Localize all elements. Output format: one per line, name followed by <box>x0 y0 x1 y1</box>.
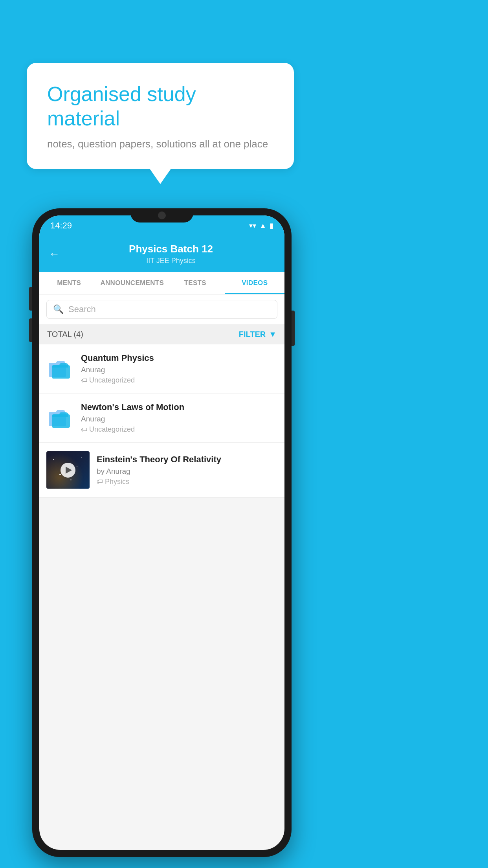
filter-label: FILTER <box>239 330 266 339</box>
search-icon: 🔍 <box>53 304 64 314</box>
list-item[interactable]: Newton's Laws of Motion Anurag 🏷 Uncateg… <box>39 394 284 443</box>
phone-frame: 14:29 ▾▾ ▲ ▮ ← Physics Batch 12 IIT JEE … <box>32 208 292 857</box>
speech-bubble: Organised study material notes, question… <box>27 63 294 169</box>
video-info: Quantum Physics Anurag 🏷 Uncategorized <box>81 353 277 384</box>
search-box[interactable]: 🔍 Search <box>46 300 277 319</box>
back-button[interactable]: ← <box>49 248 60 260</box>
video-info: Newton's Laws of Motion Anurag 🏷 Uncateg… <box>81 402 277 434</box>
breadcrumb-physics: Physics <box>171 257 196 265</box>
video-thumbnail <box>46 451 90 489</box>
header-title-section: Physics Batch 12 IIT JEE Physics <box>67 243 275 265</box>
status-time: 14:29 <box>50 221 72 231</box>
bubble-subtitle: notes, question papers, solutions all at… <box>47 138 273 150</box>
folder-icon <box>46 355 74 383</box>
battery-icon: ▮ <box>270 221 273 230</box>
tab-ments[interactable]: MENTS <box>39 272 99 294</box>
volume-down-button <box>29 318 32 342</box>
app-header: ← Physics Batch 12 IIT JEE Physics <box>39 236 284 272</box>
wifi-icon: ▾▾ <box>249 221 256 230</box>
phone-camera <box>158 211 166 219</box>
video-title: Quantum Physics <box>81 353 277 363</box>
video-author: by Anurag <box>97 467 277 476</box>
status-icons: ▾▾ ▲ ▮ <box>249 221 273 230</box>
signal-icon: ▲ <box>259 222 266 230</box>
video-info: Einstein's Theory Of Relativity by Anura… <box>97 454 277 486</box>
play-button[interactable] <box>61 463 75 478</box>
power-button <box>292 311 295 346</box>
tag-icon: 🏷 <box>81 426 87 433</box>
tabs-bar: MENTS ANNOUNCEMENTS TESTS VIDEOS <box>39 272 284 294</box>
filter-icon: ▼ <box>269 330 277 339</box>
list-item[interactable]: Einstein's Theory Of Relativity by Anura… <box>39 443 284 498</box>
search-placeholder: Search <box>68 304 96 314</box>
tag-icon: 🏷 <box>97 478 103 485</box>
video-list: Quantum Physics Anurag 🏷 Uncategorized <box>39 344 284 498</box>
play-icon <box>66 467 72 474</box>
total-count-label: TOTAL (4) <box>47 330 83 339</box>
tab-videos[interactable]: VIDEOS <box>225 272 284 294</box>
video-author: Anurag <box>81 366 277 374</box>
filter-bar: TOTAL (4) FILTER ▼ <box>39 324 284 344</box>
video-tag: 🏷 Uncategorized <box>81 376 277 384</box>
video-author: Anurag <box>81 415 277 423</box>
phone-notch <box>130 208 193 223</box>
filter-button[interactable]: FILTER ▼ <box>239 330 277 339</box>
breadcrumb-iit: IIT JEE <box>146 257 169 265</box>
phone-screen: 14:29 ▾▾ ▲ ▮ ← Physics Batch 12 IIT JEE … <box>39 215 284 850</box>
volume-up-button <box>29 287 32 311</box>
video-tag: 🏷 Physics <box>97 478 277 486</box>
folder-icon <box>46 404 74 432</box>
tab-announcements[interactable]: ANNOUNCEMENTS <box>99 272 165 294</box>
video-title: Einstein's Theory Of Relativity <box>97 454 277 465</box>
search-container: 🔍 Search <box>39 294 284 324</box>
header-breadcrumb: IIT JEE Physics <box>67 257 275 265</box>
list-item[interactable]: Quantum Physics Anurag 🏷 Uncategorized <box>39 344 284 394</box>
tag-icon: 🏷 <box>81 377 87 384</box>
bubble-title: Organised study material <box>47 82 273 131</box>
video-title: Newton's Laws of Motion <box>81 402 277 412</box>
video-tag: 🏷 Uncategorized <box>81 425 277 434</box>
tab-tests[interactable]: TESTS <box>165 272 225 294</box>
header-title: Physics Batch 12 <box>67 243 275 255</box>
